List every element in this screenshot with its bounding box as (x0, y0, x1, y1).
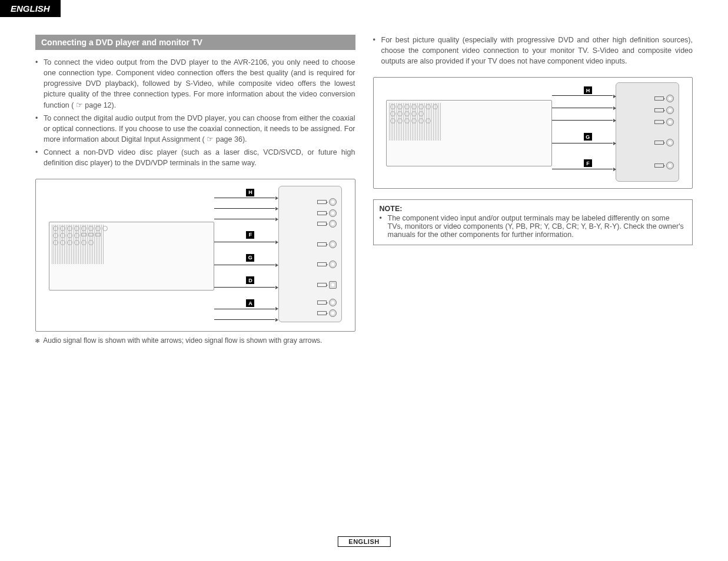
note-text: The component video input and/or output … (388, 214, 687, 239)
note-title: NOTE: (380, 205, 687, 213)
bullet-text: To connect the video output from the DVD… (44, 57, 355, 111)
bullet-icon: • (380, 214, 388, 239)
receiver-rear-panel (386, 100, 552, 166)
asterisk-icon: ✻ (35, 336, 39, 345)
bullet-text: Connect a non-DVD video disc player (suc… (44, 147, 355, 168)
page-content: Connecting a DVD player and monitor TV •… (0, 17, 728, 345)
dvd-player-box (278, 186, 342, 322)
diagram-label: G (584, 133, 592, 141)
monitor-tv-box (616, 82, 679, 182)
note-box: NOTE: • The component video input and/or… (373, 199, 693, 245)
receiver-rear-panel (49, 222, 215, 290)
language-tab: ENGLISH (0, 0, 61, 17)
diagram-label: G (246, 254, 254, 262)
diagram-label: D (246, 276, 254, 284)
connection-diagram-tv: H G F (373, 77, 693, 189)
bullet-list: •To connect the video output from the DV… (35, 57, 355, 168)
diagram-label: H (584, 86, 592, 94)
connection-diagram-dvd: H F G D A (35, 179, 355, 332)
diagram-label: A (246, 299, 254, 307)
caption-text: Audio signal flow is shown with white ar… (43, 336, 322, 345)
rear-ports (390, 104, 548, 162)
bullet-list: •For best picture quality (especially wi… (373, 35, 693, 66)
bullet-text: For best picture quality (especially wit… (381, 35, 693, 66)
bullet-icon: • (35, 113, 44, 145)
left-column: Connecting a DVD player and monitor TV •… (35, 35, 355, 345)
bullet-icon: • (35, 147, 44, 168)
diagram-caption: ✻ Audio signal flow is shown with white … (35, 336, 355, 345)
footer-language: ENGLISH (337, 536, 390, 547)
bullet-icon: • (35, 57, 44, 111)
bullet-text: To connect the digital audio output from… (44, 113, 355, 145)
right-column: •For best picture quality (especially wi… (373, 35, 693, 345)
diagram-label: F (246, 231, 254, 239)
diagram-label: F (584, 159, 592, 167)
section-title: Connecting a DVD player and monitor TV (35, 35, 355, 50)
rear-ports (53, 226, 211, 286)
diagram-label: H (246, 189, 254, 196)
bullet-icon: • (373, 35, 381, 66)
